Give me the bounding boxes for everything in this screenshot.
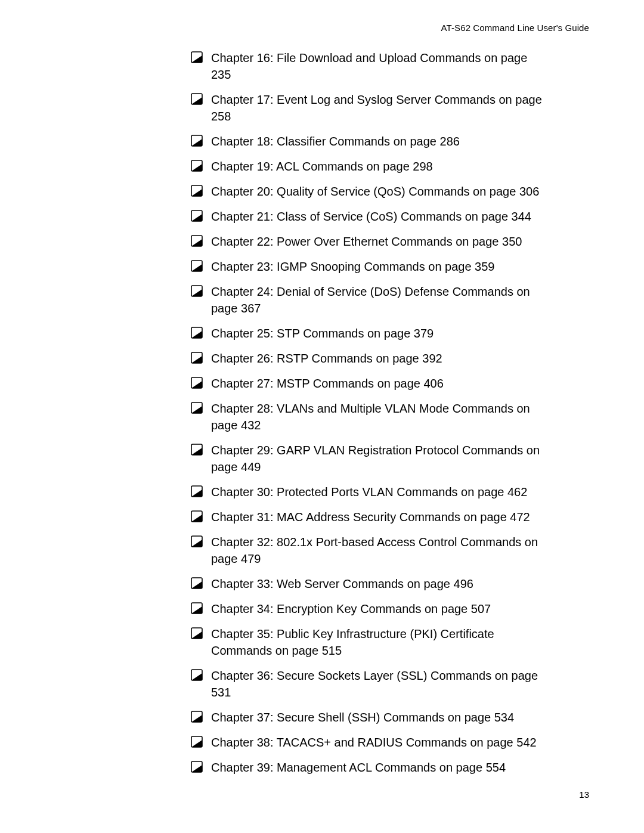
toc-item-text: Chapter 30: Protected Ports VLAN Command… — [211, 484, 527, 500]
checkbox-bullet-icon — [191, 51, 203, 63]
checkbox-bullet-icon — [191, 210, 203, 222]
toc-item-text: Chapter 37: Secure Shell (SSH) Commands … — [211, 709, 514, 726]
toc-item[interactable]: Chapter 39: Management ACL Commands on p… — [191, 759, 590, 776]
toc-item[interactable]: Chapter 23: IGMP Snooping Commands on pa… — [191, 258, 590, 275]
checkbox-bullet-icon — [191, 93, 203, 105]
toc-item[interactable]: Chapter 26: RSTP Commands on page 392 — [191, 350, 590, 367]
toc-item-text: Chapter 24: Denial of Service (DoS) Defe… — [211, 283, 545, 317]
toc-item[interactable]: Chapter 18: Classifier Commands on page … — [191, 133, 590, 150]
table-of-contents: Chapter 16: File Download and Upload Com… — [0, 49, 590, 776]
checkbox-bullet-icon — [191, 135, 203, 147]
checkbox-bullet-icon — [191, 761, 203, 773]
toc-item-text: Chapter 27: MSTP Commands on page 406 — [211, 375, 444, 392]
toc-item-text: Chapter 20: Quality of Service (QoS) Com… — [211, 183, 539, 200]
checkbox-bullet-icon — [191, 577, 203, 589]
toc-item[interactable]: Chapter 36: Secure Sockets Layer (SSL) C… — [191, 667, 590, 701]
toc-item-text: Chapter 16: File Download and Upload Com… — [211, 49, 545, 83]
toc-item[interactable]: Chapter 24: Denial of Service (DoS) Defe… — [191, 283, 590, 317]
toc-item-text: Chapter 28: VLANs and Multiple VLAN Mode… — [211, 400, 545, 433]
toc-item-text: Chapter 21: Class of Service (CoS) Comma… — [211, 208, 531, 225]
checkbox-bullet-icon — [191, 444, 203, 456]
toc-item-text: Chapter 17: Event Log and Syslog Server … — [211, 91, 545, 125]
toc-item[interactable]: Chapter 25: STP Commands on page 379 — [191, 325, 590, 342]
toc-item-text: Chapter 25: STP Commands on page 379 — [211, 325, 434, 342]
checkbox-bullet-icon — [191, 285, 203, 297]
toc-item[interactable]: Chapter 34: Encryption Key Commands on p… — [191, 600, 590, 617]
toc-item[interactable]: Chapter 29: GARP VLAN Registration Proto… — [191, 442, 590, 475]
toc-item[interactable]: Chapter 16: File Download and Upload Com… — [191, 49, 590, 83]
checkbox-bullet-icon — [191, 377, 203, 389]
checkbox-bullet-icon — [191, 669, 203, 681]
toc-item[interactable]: Chapter 19: ACL Commands on page 298 — [191, 158, 590, 175]
page-number: 13 — [579, 789, 589, 800]
checkbox-bullet-icon — [191, 510, 203, 522]
toc-item-text: Chapter 31: MAC Address Security Command… — [211, 509, 530, 525]
running-header: AT-S62 Command Line User's Guide — [0, 23, 590, 33]
checkbox-bullet-icon — [191, 160, 203, 172]
checkbox-bullet-icon — [191, 235, 203, 247]
toc-item[interactable]: Chapter 30: Protected Ports VLAN Command… — [191, 484, 590, 500]
checkbox-bullet-icon — [191, 535, 203, 547]
checkbox-bullet-icon — [191, 485, 203, 497]
toc-item[interactable]: Chapter 32: 802.1x Port-based Access Con… — [191, 534, 590, 567]
toc-item-text: Chapter 39: Management ACL Commands on p… — [211, 759, 506, 776]
checkbox-bullet-icon — [191, 736, 203, 748]
toc-item[interactable]: Chapter 33: Web Server Commands on page … — [191, 575, 590, 592]
toc-item[interactable]: Chapter 28: VLANs and Multiple VLAN Mode… — [191, 400, 590, 433]
toc-item[interactable]: Chapter 35: Public Key Infrastructure (P… — [191, 625, 590, 659]
checkbox-bullet-icon — [191, 352, 203, 364]
toc-item[interactable]: Chapter 21: Class of Service (CoS) Comma… — [191, 208, 590, 225]
checkbox-bullet-icon — [191, 402, 203, 414]
toc-item-text: Chapter 35: Public Key Infrastructure (P… — [211, 625, 545, 659]
toc-item[interactable]: Chapter 38: TACACS+ and RADIUS Commands … — [191, 734, 590, 751]
toc-item-text: Chapter 33: Web Server Commands on page … — [211, 575, 473, 592]
toc-item[interactable]: Chapter 37: Secure Shell (SSH) Commands … — [191, 709, 590, 726]
checkbox-bullet-icon — [191, 627, 203, 639]
toc-item[interactable]: Chapter 27: MSTP Commands on page 406 — [191, 375, 590, 392]
toc-item-text: Chapter 23: IGMP Snooping Commands on pa… — [211, 258, 495, 275]
toc-item-text: Chapter 29: GARP VLAN Registration Proto… — [211, 442, 545, 475]
toc-item-text: Chapter 36: Secure Sockets Layer (SSL) C… — [211, 667, 545, 701]
toc-item-text: Chapter 34: Encryption Key Commands on p… — [211, 600, 491, 617]
checkbox-bullet-icon — [191, 260, 203, 272]
toc-item[interactable]: Chapter 31: MAC Address Security Command… — [191, 509, 590, 525]
toc-item-text: Chapter 19: ACL Commands on page 298 — [211, 158, 433, 175]
checkbox-bullet-icon — [191, 327, 203, 339]
document-page: AT-S62 Command Line User's Guide Chapter… — [0, 0, 644, 833]
checkbox-bullet-icon — [191, 711, 203, 723]
toc-item-text: Chapter 38: TACACS+ and RADIUS Commands … — [211, 734, 537, 751]
toc-item-text: Chapter 18: Classifier Commands on page … — [211, 133, 460, 150]
checkbox-bullet-icon — [191, 602, 203, 614]
toc-item-text: Chapter 26: RSTP Commands on page 392 — [211, 350, 442, 367]
toc-item[interactable]: Chapter 22: Power Over Ethernet Commands… — [191, 233, 590, 250]
toc-item[interactable]: Chapter 20: Quality of Service (QoS) Com… — [191, 183, 590, 200]
toc-item-text: Chapter 22: Power Over Ethernet Commands… — [211, 233, 522, 250]
toc-item-text: Chapter 32: 802.1x Port-based Access Con… — [211, 534, 545, 567]
checkbox-bullet-icon — [191, 185, 203, 197]
toc-item[interactable]: Chapter 17: Event Log and Syslog Server … — [191, 91, 590, 125]
